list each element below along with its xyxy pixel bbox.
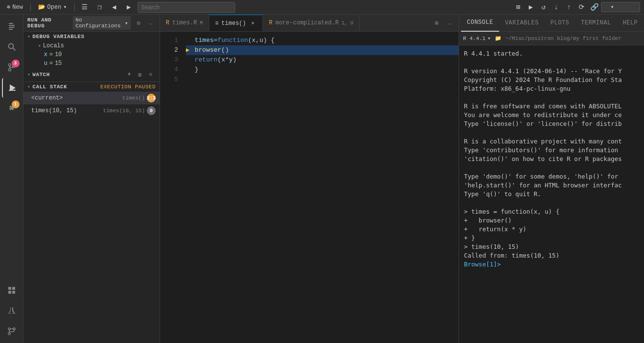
tab-console[interactable]: CONSOLE bbox=[461, 15, 499, 32]
console-demo: Type 'demo()' for some demos, 'help()' f… bbox=[464, 172, 639, 181]
console-blank-5 bbox=[464, 199, 639, 207]
console-platform: Platform: x86_64-pc-linux-gnu bbox=[464, 84, 639, 93]
callstack-header[interactable]: ▾ CALL STACK Execution paused bbox=[23, 81, 160, 92]
tab-times-r[interactable]: R times.R M bbox=[160, 15, 209, 32]
svg-rect-13 bbox=[12, 287, 15, 290]
callstack-current-label: <current> bbox=[31, 95, 63, 101]
activity-git[interactable] bbox=[2, 322, 21, 341]
console-welcome: You are welcome to redistribute it under… bbox=[464, 111, 639, 120]
save-icon-btn[interactable]: ☰ bbox=[79, 1, 91, 13]
tab-more-btn[interactable]: … bbox=[444, 18, 455, 28]
locals-item[interactable]: ▾ Locals bbox=[23, 41, 160, 50]
debug-settings-btn[interactable]: ⚙ bbox=[134, 18, 143, 28]
console-area[interactable]: R 4.4.1 started. R version 4.4.1 (2024-0… bbox=[459, 45, 644, 343]
activity-explorer[interactable] bbox=[2, 17, 21, 36]
search-input[interactable] bbox=[138, 2, 235, 13]
tab-bar-actions: ⊞ … bbox=[431, 18, 459, 28]
r-version-chevron: ▾ bbox=[487, 35, 491, 41]
activity-search[interactable] bbox=[2, 37, 21, 57]
console-blank-3 bbox=[464, 128, 639, 137]
grid-icon-btn[interactable]: ⊞ bbox=[512, 1, 524, 13]
debug-more-btn[interactable]: … bbox=[146, 18, 156, 28]
run-and-debug-title: RUN AND DEBUG bbox=[27, 17, 67, 29]
locals-label: Locals bbox=[43, 42, 64, 49]
callstack-frame-item[interactable]: times(10, 15) times(10, 15) 0 bbox=[23, 104, 160, 117]
callstack-current-item[interactable]: <current> times() 2:3 bbox=[23, 92, 160, 104]
console-cmd-browser: + browser() bbox=[464, 216, 639, 225]
watch-add-btn[interactable]: + bbox=[124, 70, 134, 80]
console-contributors: Type 'contributors()' for more informati… bbox=[464, 146, 639, 155]
tab-plots[interactable]: PLOTS bbox=[544, 15, 575, 32]
console-called-from: Called from: times(10, 15) bbox=[464, 251, 639, 260]
play-icon-btn[interactable]: ▶ bbox=[525, 1, 537, 13]
tab-bar: R times.R M ≡ times() × R more-complicat… bbox=[160, 15, 459, 32]
blocks-icon bbox=[7, 285, 17, 295]
callstack-frame-right: times(10, 15) 0 bbox=[103, 106, 156, 115]
r-path: ~/Misc/positron blog/my first folder bbox=[505, 36, 622, 41]
save-as-icon-btn[interactable]: ❐ bbox=[94, 1, 105, 13]
activity-blocks[interactable] bbox=[2, 281, 21, 300]
callstack-current-badge: 2:3 bbox=[147, 94, 156, 102]
debug-variables-header[interactable]: ▾ DEBUG VARIABLES bbox=[23, 32, 160, 41]
console-browse: Browse[1]> bbox=[464, 260, 639, 269]
console-blank-4 bbox=[464, 163, 639, 172]
console-cmd-times-def: > times = function(x, u) { bbox=[464, 207, 639, 216]
tab-times-fn-icon: ≡ bbox=[215, 20, 219, 27]
config-dropdown-label bbox=[605, 4, 609, 11]
activity-extensions[interactable]: 1 bbox=[2, 99, 21, 118]
activity-flask[interactable] bbox=[2, 301, 21, 321]
nav-back-button[interactable]: ◀ bbox=[108, 1, 120, 13]
flask-icon bbox=[7, 306, 17, 316]
debug-up-icon-btn[interactable]: ↑ bbox=[563, 1, 575, 13]
code-content[interactable]: times = function ( x , u ) { ▶ browser (… bbox=[182, 32, 459, 343]
debug-variables-section: ▾ DEBUG VARIABLES ▾ Locals x = 10 u = 15 bbox=[23, 32, 160, 68]
new-button[interactable]: ⊕ New bbox=[4, 2, 26, 12]
code-line-2: ▶ browser () bbox=[186, 45, 459, 55]
no-configurations-dropdown[interactable]: No Configurations ▾ bbox=[73, 16, 131, 30]
right-panel: CONSOLE VARIABLES PLOTS TERMINAL HELP VI… bbox=[459, 15, 644, 343]
tab-more-complicated[interactable]: R more-complicated.R 1, U bbox=[263, 15, 360, 32]
console-copyright: Copyright (C) 2024 The R Foundation for … bbox=[464, 76, 639, 84]
tab-times-fn[interactable]: ≡ times() × bbox=[209, 15, 263, 32]
new-plus-icon: ⊕ bbox=[7, 3, 10, 11]
left-panel: RUN AND DEBUG No Configurations ▾ ⚙ … ▾ … bbox=[23, 15, 160, 343]
r-version-badge[interactable]: R 4.4.1 ▾ bbox=[463, 35, 491, 41]
tab-help[interactable]: HELP bbox=[617, 15, 644, 32]
nav-fwd-button[interactable]: ▶ bbox=[123, 1, 135, 13]
tab-times-fn-close[interactable]: × bbox=[249, 20, 257, 27]
editor-area: R times.R M ≡ times() × R more-complicat… bbox=[160, 15, 459, 343]
git-icon bbox=[7, 326, 17, 336]
tab-split-btn[interactable]: ⊞ bbox=[431, 18, 442, 28]
tab-variables[interactable]: VARIABLES bbox=[499, 15, 544, 32]
separator-1 bbox=[30, 3, 31, 11]
watch-copy-btn[interactable]: ⊞ bbox=[135, 70, 145, 80]
watch-collapse-btn[interactable]: ≡ bbox=[146, 70, 156, 80]
tab-terminal[interactable]: TERMINAL bbox=[575, 15, 617, 32]
svg-rect-2 bbox=[9, 27, 15, 28]
svg-rect-0 bbox=[9, 23, 13, 24]
var-x-item[interactable]: x = 10 bbox=[23, 50, 160, 59]
variables-chevron: ▾ bbox=[27, 34, 31, 40]
link-icon-btn[interactable]: 🔗 bbox=[588, 1, 600, 13]
refresh-icon-btn[interactable]: ↺ bbox=[538, 1, 549, 13]
watch-header[interactable]: ▾ WATCH + ⊞ ≡ bbox=[23, 68, 160, 81]
console-blank-2 bbox=[464, 93, 639, 102]
watch-chevron: ▾ bbox=[27, 72, 31, 78]
callstack-frame-label: times(10, 15) bbox=[31, 107, 77, 114]
console-startup-1: R 4.4.1 started. bbox=[464, 49, 639, 58]
reload-icon-btn[interactable]: ⟳ bbox=[576, 1, 587, 13]
debug-step-icon-btn[interactable]: ↓ bbox=[550, 1, 562, 13]
open-button[interactable]: 📂 Open ▾ bbox=[35, 2, 70, 12]
console-license: Type 'license()' or 'licence()' for dist… bbox=[464, 120, 639, 128]
callstack-title: CALL STACK bbox=[33, 84, 67, 90]
explorer-icon bbox=[7, 21, 17, 31]
var-u-item[interactable]: u = 15 bbox=[23, 59, 160, 68]
watch-section: ▾ WATCH + ⊞ ≡ bbox=[23, 68, 160, 81]
console-collab: R is a collaborative project with many c… bbox=[464, 137, 639, 146]
activity-run-debug[interactable] bbox=[2, 78, 21, 98]
tab-more-icon: R bbox=[269, 20, 272, 26]
callstack-frame-badge: 0 bbox=[147, 106, 156, 115]
config-dropdown[interactable]: ▾ bbox=[601, 2, 640, 12]
console-cmd-brace: + } bbox=[464, 234, 639, 242]
activity-source-control[interactable]: 3 bbox=[2, 58, 21, 77]
